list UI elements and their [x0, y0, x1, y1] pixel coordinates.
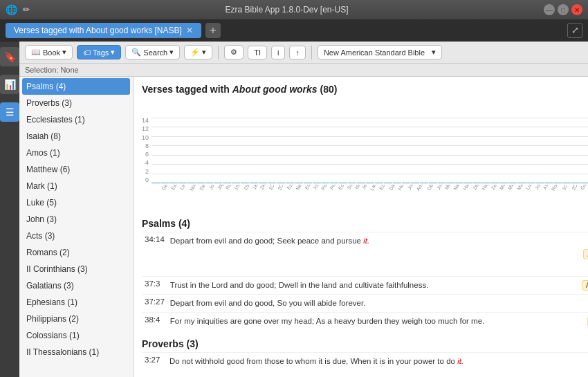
app-body: 🔖 📊 ☰ 📖 Book ▾ 🏷 Tags ▾ 🔍 Search ▾ ⚡: [0, 42, 588, 377]
typography-button[interactable]: TI: [248, 46, 267, 59]
book-item[interactable]: Romans (2): [19, 244, 133, 261]
minimize-button[interactable]: —: [544, 4, 555, 15]
format-button[interactable]: ⚡ ▾: [184, 45, 212, 59]
search-icon: 🔍: [131, 48, 141, 57]
book-item[interactable]: Ephesians (1): [19, 294, 133, 311]
book-item[interactable]: II Thessalonians (1): [19, 344, 133, 360]
chart-bar: [500, 183, 508, 183]
chart-bar-wrap: [313, 183, 321, 183]
add-tab-button[interactable]: +: [205, 23, 221, 38]
chart-y-label: 8: [142, 143, 149, 149]
chart-bar-wrap: [518, 183, 526, 183]
verse-table: 34:14Depart from evil and do good; Seek …: [142, 232, 588, 330]
tags-chevron: ▾: [111, 48, 115, 57]
active-tab[interactable]: Verses tagged with About good works [NAS…: [6, 23, 201, 38]
titlebar-controls: — □ ✕: [544, 4, 582, 15]
chart-bar: [580, 183, 588, 183]
typography-icon: TI: [254, 48, 261, 57]
book-item[interactable]: Amos (1): [19, 145, 133, 161]
tab-label: Verses tagged with About good works [NAS…: [14, 26, 182, 35]
verse-ref: 37:27: [142, 295, 167, 313]
chart-y-label: 10: [142, 135, 149, 141]
chart-bar-wrap: [339, 183, 347, 183]
verse-tags: About good worksTrusting in God: [563, 277, 588, 295]
verse-ref: 3:27: [142, 353, 167, 378]
tag-chip[interactable]: Actions of a believer: [583, 249, 588, 259]
close-button[interactable]: ✕: [571, 4, 582, 15]
verse-tags: About good works: [563, 295, 588, 313]
maximize-button[interactable]: □: [558, 4, 569, 15]
book-item[interactable]: Proverbs (3): [19, 95, 133, 111]
search-button[interactable]: 🔍 Search ▾: [125, 45, 180, 59]
chart-bar: [384, 183, 392, 183]
chart-bar: [313, 183, 321, 183]
table-row: 3:27Do not withhold good from those to w…: [142, 353, 588, 378]
chart-bar-wrap: [446, 183, 454, 183]
chart-bar: [491, 183, 499, 183]
tag-chip[interactable]: About good works: [582, 280, 588, 291]
chart-bar-wrap: [571, 183, 580, 183]
chart-bar-wrap: [322, 183, 330, 183]
book-item[interactable]: Matthew (6): [19, 161, 133, 178]
chart-bar: [571, 183, 580, 183]
chart-bar: [411, 183, 419, 183]
book-item[interactable]: Psalms (4): [22, 78, 130, 95]
verse-text: Depart from evil and do good, So you wil…: [167, 295, 563, 313]
chart-bar: [223, 183, 231, 183]
app-icon: 🌐: [6, 4, 17, 15]
chart-bar: [446, 183, 454, 183]
verse-table: 3:27Do not withhold good from those to w…: [142, 352, 588, 377]
book-section-title: Proverbs (3): [142, 335, 588, 349]
chart-bar-wrap: [214, 183, 222, 183]
chart-y-label: 4: [142, 160, 149, 166]
chart-bar-wrap: [151, 183, 160, 183]
tab-close-icon[interactable]: ✕: [186, 26, 193, 35]
expand-button[interactable]: ⤢: [567, 23, 582, 38]
book-item[interactable]: Mark (1): [19, 178, 133, 194]
chart-bar-wrap: [357, 183, 365, 183]
verse-text: For my iniquities are gone over my head;…: [167, 313, 563, 331]
verse-panel: Verses tagged with About good works (80)…: [134, 77, 588, 377]
chart-bar-wrap: [545, 183, 553, 183]
book-item[interactable]: Philippians (2): [19, 311, 133, 327]
book-item[interactable]: Acts (3): [19, 228, 133, 244]
chart-bar: [402, 183, 410, 183]
chart-bar: [545, 183, 553, 183]
sidebar-list-button[interactable]: ☰: [0, 102, 19, 122]
verse-ref: 38:4: [142, 313, 167, 331]
chart-x-labels: GenExoLevNumDeuJosJdgRut1Sa2Sa1Ki2Ki1Ch2…: [158, 185, 588, 207]
tags-button[interactable]: 🏷 Tags ▾: [77, 45, 121, 59]
sidebar-bookmark-button[interactable]: 🔖: [0, 47, 19, 66]
chart-bar-wrap: [250, 183, 258, 183]
info-button[interactable]: i: [271, 46, 285, 59]
chart-bar: [304, 183, 312, 183]
chart-bar-wrap: [473, 183, 481, 183]
book-item[interactable]: John (3): [19, 211, 133, 228]
book-item[interactable]: II Corinthians (3): [19, 261, 133, 277]
book-section-title: Psalms (4): [142, 215, 588, 229]
book-item[interactable]: Galatians (3): [19, 277, 133, 294]
chart-bar: [554, 183, 562, 183]
book-item[interactable]: Isaiah (8): [19, 128, 133, 145]
bible-select-chevron: ▾: [432, 48, 436, 57]
chart-bar-wrap: [482, 183, 490, 183]
book-item[interactable]: Colossians (1): [19, 327, 133, 344]
chart-bar-wrap: [562, 183, 571, 183]
settings-button[interactable]: ⚙: [224, 45, 244, 59]
bible-select[interactable]: New American Standard Bible ▾: [318, 45, 442, 59]
sidebar-chart-button[interactable]: 📊: [0, 75, 19, 94]
verse-text: Do not withhold good from those to whom …: [167, 353, 555, 378]
chart-bar-wrap: [205, 183, 214, 183]
table-row: 37:27Depart from evil and do good, So yo…: [142, 295, 588, 313]
icon-sidebar: 🔖 📊 ☰: [0, 42, 19, 377]
book-button[interactable]: 📖 Book ▾: [25, 45, 73, 59]
chart-bar-wrap: [295, 183, 303, 183]
book-item[interactable]: Ecclesiastes (1): [19, 111, 133, 128]
chart-bar: [295, 183, 303, 183]
book-item[interactable]: Luke (5): [19, 194, 133, 211]
export-button[interactable]: ↑: [289, 46, 306, 59]
chart-bar-wrap: [268, 183, 276, 183]
chart-bar: [241, 183, 249, 183]
chart-bar-wrap: [366, 183, 374, 183]
chart-bar-wrap: [509, 183, 517, 183]
